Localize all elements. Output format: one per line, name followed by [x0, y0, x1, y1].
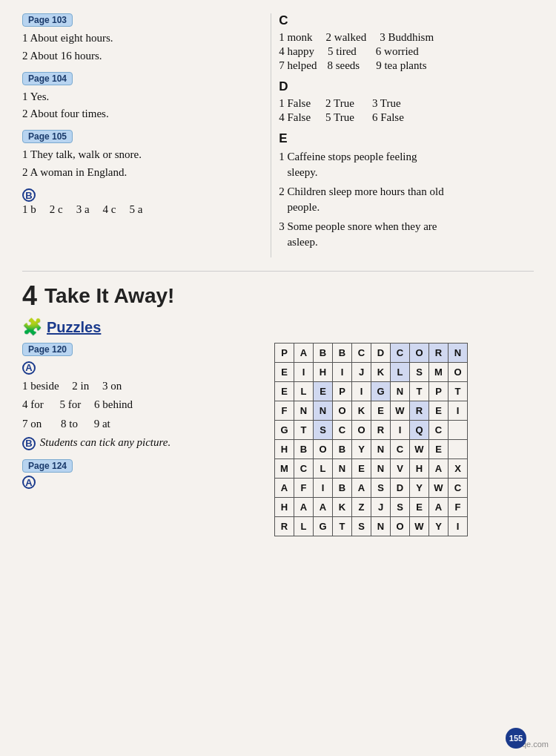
answer-104-1: 1 Yes.	[22, 89, 259, 105]
grid-cell: B	[333, 344, 352, 363]
grid-cell: N	[333, 459, 352, 479]
grid-cell: N	[371, 517, 391, 536]
e-2: 2 Children sleep more hours than old peo…	[279, 184, 534, 215]
grid-cell: Y	[352, 440, 371, 459]
page-120-badge: Page 120	[22, 343, 73, 356]
grid-cell: Y	[429, 517, 449, 536]
a-3: 3 on	[102, 380, 122, 392]
grid-cell: B	[294, 440, 314, 459]
grid-cell: F	[275, 401, 294, 421]
right-column: C 1 monk 2 walked 3 Buddhism 4 happy 5 t…	[271, 13, 534, 257]
c-9: 9 tea plants	[376, 59, 426, 72]
section-d-block: D 1 False 2 True 3 True 4 False 5 True 6…	[279, 79, 534, 124]
page: Page 103 1 About eight hours. 2 About 16…	[0, 0, 556, 756]
d-1: 1 False	[279, 97, 311, 110]
a-9: 9 at	[94, 418, 110, 430]
grid-cell: W	[429, 479, 449, 498]
puzzle-icon: 🧩	[22, 318, 42, 337]
a-row-2: 4 for 5 for 6 behind	[22, 396, 259, 413]
a-row-1: 1 beside 2 in 3 on	[22, 378, 259, 395]
grid-cell: X	[449, 459, 468, 479]
grid-cell: O	[333, 401, 352, 421]
page-104-badge: Page 104	[22, 72, 73, 85]
grid-cell: I	[449, 517, 468, 536]
top-section: Page 103 1 About eight hours. 2 About 16…	[22, 13, 534, 257]
grid-cell: L	[391, 363, 410, 382]
grid-cell: A	[352, 479, 371, 498]
grid-cell: E	[371, 401, 391, 421]
grid-cell: K	[371, 363, 391, 382]
a-row-3: 7 on 8 to 9 at	[22, 415, 259, 433]
grid-cell: W	[391, 401, 410, 421]
chapter-title-row: 4 Take It Away!	[22, 280, 534, 312]
bottom-left: Page 120 A 1 beside 2 in 3 on 4 for 5 fo…	[22, 343, 259, 536]
grid-cell: R	[429, 344, 449, 363]
c-row-2: 4 happy 5 tired 6 worried	[279, 45, 534, 58]
grid-cell: N	[371, 459, 391, 479]
page-105-block: Page 105 1 They talk, walk or snore. 2 A…	[22, 130, 259, 181]
grid-cell: O	[314, 440, 333, 459]
b-item-4: 4 c	[103, 203, 116, 216]
grid-cell: O	[410, 344, 429, 363]
grid-cell: K	[352, 401, 371, 421]
grid-cell: H	[314, 363, 333, 382]
grid-cell: C	[429, 421, 449, 440]
grid-cell: N	[314, 401, 333, 421]
grid-cell: T	[449, 382, 468, 401]
section-e-block: E 1 Caffeine stops people feeling sleepy…	[279, 131, 534, 250]
b-item-3: 3 a	[76, 203, 90, 216]
b-item-2: 2 c	[50, 203, 63, 216]
section-d-label: D	[279, 79, 534, 94]
grid-cell: A	[429, 459, 449, 479]
grid-cell: T	[410, 382, 429, 401]
page-104-block: Page 104 1 Yes. 2 About four times.	[22, 72, 259, 123]
c-8: 8 seeds	[327, 59, 360, 72]
c-1: 1 monk	[279, 31, 312, 44]
grid-cell: R	[371, 421, 391, 440]
answer-104-2: 2 About four times.	[22, 106, 259, 122]
answer-103-2: 2 About 16 hours.	[22, 48, 259, 65]
page-number-badge: 155	[506, 728, 526, 749]
d-2: 2 True	[325, 97, 354, 110]
page-103-block: Page 103 1 About eight hours. 2 About 16…	[22, 13, 259, 65]
a-7: 7 on	[22, 418, 42, 430]
puzzles-row: 🧩 Puzzles	[22, 318, 534, 337]
e-1: 1 Caffeine stops people feeling sleepy.	[279, 149, 534, 180]
d-4: 4 False	[279, 111, 311, 124]
d-row-1: 1 False 2 True 3 True	[279, 97, 534, 110]
grid-cell: B	[333, 479, 352, 498]
page-124-badge: Page 124	[22, 459, 73, 473]
grid-cell: H	[275, 498, 294, 517]
answer-105-1: 1 They talk, walk or snore.	[22, 147, 259, 163]
grid-cell: O	[352, 421, 371, 440]
grid-cell: T	[333, 517, 352, 536]
c-6: 6 worried	[376, 45, 419, 58]
bottom-section: 4 Take It Away! 🧩 Puzzles Page 120 A 1 b…	[22, 271, 534, 536]
grid-cell: E	[352, 459, 371, 479]
word-search-grid-container: PABBCDCORNEIHIJKLSMOELEPIGNTPTFNNOKEWREI…	[274, 343, 534, 536]
grid-cell: E	[314, 382, 333, 401]
grid-cell: D	[371, 344, 391, 363]
section-b-note: Students can tick any picture.	[40, 436, 171, 448]
bottom-content: Page 120 A 1 beside 2 in 3 on 4 for 5 fo…	[22, 343, 534, 536]
grid-cell: Q	[410, 421, 429, 440]
chapter-number: 4	[22, 280, 37, 312]
grid-cell: L	[314, 459, 333, 479]
grid-cell: E	[275, 363, 294, 382]
grid-cell: S	[314, 421, 333, 440]
grid-cell: G	[275, 421, 294, 440]
b-item-5: 5 a	[130, 203, 143, 216]
section-a2-row: A	[22, 476, 259, 490]
a-2: 2 in	[72, 380, 89, 392]
grid-cell: I	[391, 421, 410, 440]
c-row-3: 7 helped 8 seeds 9 tea plants	[279, 59, 534, 72]
grid-cell: J	[352, 363, 371, 382]
grid-cell: P	[429, 382, 449, 401]
grid-cell: E	[275, 382, 294, 401]
section-b-label: B	[22, 188, 36, 202]
grid-cell: I	[449, 401, 468, 421]
section-c-label: C	[279, 13, 534, 28]
c-3: 3 Buddhism	[380, 31, 434, 44]
grid-cell: L	[294, 517, 314, 536]
grid-cell: H	[410, 459, 429, 479]
